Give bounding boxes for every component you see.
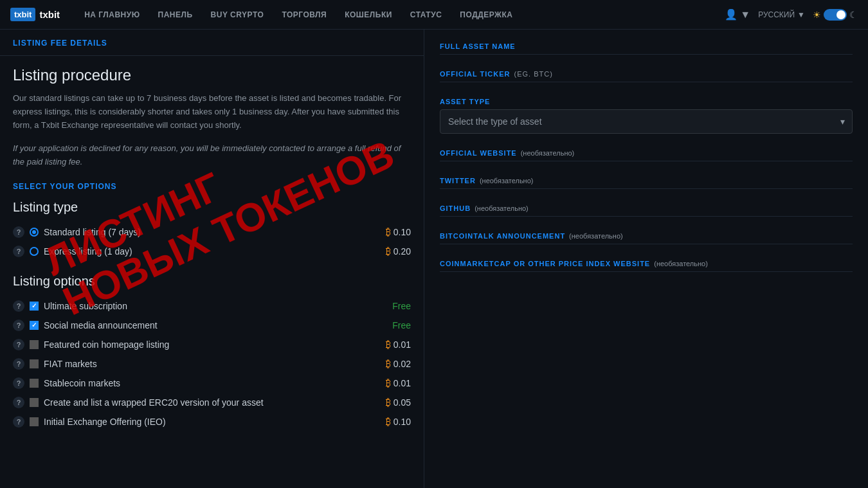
radio-standard[interactable] <box>30 228 39 237</box>
help-icon-express[interactable]: ? <box>13 246 24 257</box>
optional-text-official-website: (необязательно) <box>521 149 575 157</box>
field-label-bitcointalk: BITCOINTALK ANNOUNCEMENT (необязательно) <box>440 232 853 240</box>
checkbox-ultimate[interactable]: ✓ <box>30 302 39 311</box>
logo-icon: txbit <box>10 8 35 21</box>
select-options-label: SELECT YOUR OPTIONS <box>13 182 411 191</box>
checkbox-social[interactable]: ✓ <box>30 321 39 330</box>
select-asset-type[interactable]: Select the type of assetCoinTokenStablec… <box>440 109 853 134</box>
listing-procedure-desc: Our standard listings can take up to 7 b… <box>13 92 411 132</box>
help-icon-ultimate[interactable]: ? <box>13 300 24 312</box>
optional-text-twitter: (необязательно) <box>480 177 534 185</box>
optional-text-bitcointalk: (необязательно) <box>569 232 623 240</box>
radio-express[interactable] <box>30 247 39 256</box>
theme-toggle-switch[interactable] <box>824 9 847 21</box>
user-arrow-icon: ▼ <box>740 9 750 21</box>
navbar: txbit txbit НА ГЛАВНУЮПАНЕЛЬBUY CRYPTOТО… <box>0 0 868 30</box>
section-header-title: LISTING FEE DETAILS <box>13 39 107 48</box>
user-icon: 👤 <box>725 8 737 21</box>
checkbox-fiat[interactable] <box>30 359 39 368</box>
option-label-fiat: FIAT markets <box>44 359 381 369</box>
field-bitcointalk: BITCOINTALK ANNOUNCEMENT (необязательно) <box>440 232 853 244</box>
field-label-official-ticker: OFFICIAL TICKER (EG. BTC) <box>440 70 853 78</box>
page-container: LISTING FEE DETAILS ЛИСТИНГ НОВЫХ ТОКЕНО… <box>0 30 868 488</box>
option-label-ultimate: Ultimate subscription <box>44 301 387 311</box>
field-divider-coinmarketcap <box>440 271 853 272</box>
field-divider-official-ticker <box>440 82 853 82</box>
nav-link-status[interactable]: СТАТУС <box>401 0 451 30</box>
field-label-twitter: TWITTER (необязательно) <box>440 177 853 185</box>
field-asset-type: ASSET TYPESelect the type of assetCoinTo… <box>440 98 853 134</box>
nav-link-home[interactable]: НА ГЛАВНУЮ <box>75 0 149 30</box>
lang-arrow-icon: ▼ <box>797 10 805 19</box>
option-price-social: Free <box>392 320 411 330</box>
help-icon-stablecoin[interactable]: ? <box>13 377 24 389</box>
field-label-github: GITHUB (необязательно) <box>440 204 853 212</box>
field-full-asset-name: FULL ASSET NAME <box>440 42 853 55</box>
option-price-featured: ₿ 0.01 <box>386 339 411 350</box>
checkbox-ieo[interactable] <box>30 417 39 426</box>
logo-text: txbit <box>39 9 60 20</box>
help-icon-social[interactable]: ? <box>13 320 24 331</box>
listing-option-row-ultimate[interactable]: ?✓Ultimate subscriptionFree <box>13 296 411 316</box>
checkbox-erc20[interactable] <box>30 398 39 407</box>
field-divider-official-website <box>440 161 853 161</box>
listing-option-row-stablecoin[interactable]: ?Stablecoin markets₿ 0.01 <box>13 374 411 393</box>
listing-type-row-express[interactable]: ?Express listing (1 day)₿ 0.20 <box>13 242 411 261</box>
field-divider-bitcointalk <box>440 244 853 244</box>
option-price-erc20: ₿ 0.05 <box>386 397 411 408</box>
field-label-official-website: OFFICIAL WEBSITE (необязательно) <box>440 149 853 157</box>
section-header-bar: LISTING FEE DETAILS <box>0 30 424 56</box>
field-label-asset-type: ASSET TYPE <box>440 98 853 105</box>
left-panel: LISTING FEE DETAILS ЛИСТИНГ НОВЫХ ТОКЕНО… <box>0 30 424 488</box>
listing-option-row-ieo[interactable]: ?Initial Exchange Offering (IEO)₿ 0.10 <box>13 412 411 431</box>
listing-procedure-title: Listing procedure <box>13 66 411 84</box>
field-github: GITHUB (необязательно) <box>440 204 853 217</box>
select-wrapper-asset-type: Select the type of assetCoinTokenStablec… <box>440 109 853 134</box>
listing-option-row-featured[interactable]: ?Featured coin homepage listing₿ 0.01 <box>13 335 411 354</box>
listing-type-row-standard[interactable]: ?Standard listing (7 days)₿ 0.10 <box>13 222 411 242</box>
checkbox-featured[interactable] <box>30 340 39 349</box>
option-label-ieo: Initial Exchange Offering (IEO) <box>44 417 381 427</box>
help-icon-erc20[interactable]: ? <box>13 397 24 408</box>
option-price-stablecoin: ₿ 0.01 <box>386 377 411 388</box>
listing-option-row-erc20[interactable]: ?Create and list a wrapped ERC20 version… <box>13 393 411 412</box>
checkbox-stablecoin[interactable] <box>30 379 39 388</box>
nav-link-wallets[interactable]: КОШЕЛЬКИ <box>336 0 401 30</box>
optional-text-github: (необязательно) <box>475 204 529 212</box>
field-label-coinmarketcap: COINMARKETCAP OR OTHER PRICE INDEX WEBSI… <box>440 260 853 267</box>
listing-procedure-note: If your application is declined for any … <box>13 142 411 169</box>
nav-links: НА ГЛАВНУЮПАНЕЛЬBUY CRYPTOТОРГОВЛЯКОШЕЛЬ… <box>75 0 725 30</box>
help-icon-fiat[interactable]: ? <box>13 358 24 370</box>
theme-toggle[interactable]: ☀ ☾ <box>813 9 858 21</box>
field-label-full-asset-name: FULL ASSET NAME <box>440 42 853 50</box>
option-label-social: Social media announcement <box>44 320 387 330</box>
navbar-right: 👤 ▼ РУССКИЙ ▼ ☀ ☾ <box>725 8 858 21</box>
help-icon-standard[interactable]: ? <box>13 226 24 238</box>
option-label-featured: Featured coin homepage listing <box>44 339 381 350</box>
listing-options-title: Listing options <box>13 274 411 289</box>
right-panel: FULL ASSET NAMEOFFICIAL TICKER (EG. BTC)… <box>424 30 868 488</box>
optional-text-coinmarketcap: (необязательно) <box>654 260 708 267</box>
option-price-fiat: ₿ 0.02 <box>386 358 411 369</box>
option-price-express: ₿ 0.20 <box>386 246 411 257</box>
logo[interactable]: txbit txbit <box>10 8 60 21</box>
field-divider-github <box>440 216 853 217</box>
nav-link-trading[interactable]: ТОРГОВЛЯ <box>273 0 336 30</box>
option-label-standard: Standard listing (7 days) <box>44 227 381 237</box>
help-icon-featured[interactable]: ? <box>13 339 24 350</box>
user-menu-button[interactable]: 👤 ▼ <box>725 8 750 21</box>
listing-option-row-fiat[interactable]: ?FIAT markets₿ 0.02 <box>13 354 411 374</box>
nav-link-support[interactable]: ПОДДЕРЖКА <box>451 0 521 30</box>
listing-option-row-social[interactable]: ?✓Social media announcementFree <box>13 316 411 335</box>
field-divider-twitter <box>440 188 853 189</box>
field-twitter: TWITTER (необязательно) <box>440 177 853 189</box>
help-icon-ieo[interactable]: ? <box>13 416 24 428</box>
option-price-standard: ₿ 0.10 <box>386 226 411 237</box>
language-button[interactable]: РУССКИЙ ▼ <box>758 10 805 19</box>
option-label-express: Express listing (1 day) <box>44 246 381 257</box>
nav-link-panel[interactable]: ПАНЕЛЬ <box>149 0 202 30</box>
language-label: РУССКИЙ <box>758 10 795 19</box>
nav-link-buy-crypto[interactable]: BUY CRYPTO <box>202 0 273 30</box>
listing-types-container: ?Standard listing (7 days)₿ 0.10?Express… <box>13 222 411 261</box>
field-divider-full-asset-name <box>440 54 853 55</box>
